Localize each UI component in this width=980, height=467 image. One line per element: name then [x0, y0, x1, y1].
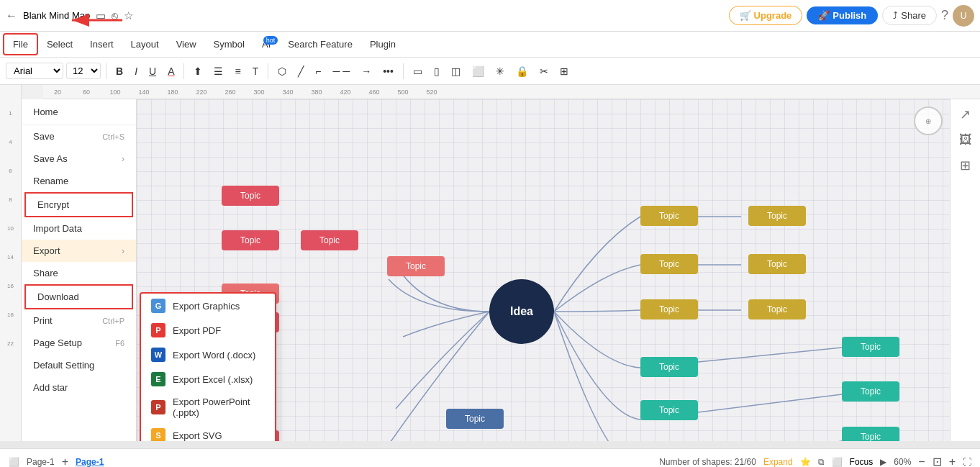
- ruler-mark: 380: [302, 89, 331, 96]
- fontcolor-button[interactable]: A: [163, 63, 178, 79]
- expand-button[interactable]: Expand: [763, 457, 793, 467]
- topic-node-gold1[interactable]: Topic: [640, 206, 698, 226]
- menu-item-select[interactable]: Select: [38, 35, 81, 54]
- share-button[interactable]: ⤴ Share: [882, 6, 937, 25]
- menu-item-ai[interactable]: AI hot: [253, 35, 279, 54]
- minimize-icon[interactable]: ▭: [96, 9, 106, 22]
- topic-node-teal6[interactable]: Topic: [842, 427, 899, 441]
- menu-item-insert[interactable]: Insert: [81, 35, 122, 54]
- shape2-button[interactable]: ▯: [430, 63, 444, 79]
- publish-button[interactable]: 🚀 Publish: [807, 6, 878, 24]
- topic-node-gold2[interactable]: Topic: [640, 254, 698, 274]
- transform-button[interactable]: ✳: [491, 63, 509, 79]
- add-page-button[interactable]: +: [62, 455, 68, 468]
- topic-node-t2[interactable]: Topic: [222, 230, 279, 250]
- topic-node-gold6[interactable]: Topic: [748, 299, 806, 319]
- ruler-mark: 260: [216, 89, 245, 96]
- topic-node-teal2[interactable]: Topic: [640, 400, 698, 420]
- import-data-menu-item[interactable]: Import Data: [22, 217, 136, 240]
- fullscreen-icon[interactable]: ⛶: [963, 457, 971, 467]
- underline-button[interactable]: U: [145, 63, 160, 79]
- arrow-button[interactable]: →: [357, 63, 376, 79]
- topic-node-t3b[interactable]: Topic: [387, 256, 445, 276]
- menu-item-layout[interactable]: Layout: [122, 35, 168, 54]
- menu-item-search[interactable]: Search Feature: [279, 35, 361, 54]
- export-svg-item[interactable]: S Export SVG: [141, 423, 275, 441]
- dash-line-button[interactable]: ─ ─: [328, 63, 354, 79]
- menu-item-file[interactable]: File: [3, 33, 38, 55]
- export-pdf-item[interactable]: P Export PDF: [141, 318, 275, 343]
- external-icon[interactable]: ⎋: [112, 9, 118, 22]
- star-icon[interactable]: ☆: [124, 9, 133, 22]
- menu-item-view[interactable]: View: [168, 35, 205, 54]
- font-size-select[interactable]: 12: [66, 63, 101, 79]
- center-node[interactable]: Idea: [489, 279, 554, 344]
- zoom-fit-button[interactable]: ⊡: [933, 455, 942, 467]
- topic-node-gold5[interactable]: Topic: [748, 254, 806, 274]
- compass: ⊕: [914, 106, 943, 135]
- save-menu-item[interactable]: Save Ctrl+S: [22, 125, 136, 148]
- right-panel-grid-btn[interactable]: ⊞: [960, 158, 971, 173]
- grid-button[interactable]: ⊞: [555, 63, 573, 79]
- shape4-button[interactable]: ⬜: [468, 63, 489, 79]
- topic-node-t1[interactable]: Topic: [222, 186, 279, 206]
- topic-node-teal5[interactable]: Topic: [842, 381, 899, 402]
- right-panel-image-btn[interactable]: 🖼: [959, 132, 972, 148]
- align-top-button[interactable]: ⬆: [189, 63, 207, 79]
- zoom-in-button[interactable]: +: [949, 455, 956, 468]
- user-avatar[interactable]: U: [953, 5, 974, 27]
- menu-item-plugin[interactable]: Plugin: [361, 35, 404, 54]
- shape1-button[interactable]: ▭: [409, 63, 427, 79]
- default-setting-menu-item[interactable]: Default Setting: [22, 354, 136, 376]
- encrypt-menu-item[interactable]: Encrypt: [24, 192, 133, 217]
- export-pptx-item[interactable]: P Export PowerPoint (.pptx): [141, 391, 275, 423]
- horizontal-scrollbar[interactable]: [0, 441, 980, 448]
- line-button[interactable]: ╱: [294, 63, 308, 79]
- zoom-out-button[interactable]: −: [918, 455, 925, 468]
- topic-node-t2b[interactable]: Topic: [301, 230, 358, 250]
- focus-button[interactable]: Focus: [850, 457, 874, 467]
- save-as-menu-item[interactable]: Save As ›: [22, 148, 136, 170]
- font-select[interactable]: Arial: [6, 63, 63, 79]
- back-button[interactable]: ←: [6, 9, 17, 22]
- align-center-button[interactable]: ☰: [209, 63, 227, 79]
- share-menu-item[interactable]: Share: [22, 262, 136, 284]
- topic-node-t4[interactable]: Topic: [446, 409, 504, 429]
- export-word-item[interactable]: W Export Word (.docx): [141, 343, 275, 367]
- horizontal-ruler: 20 60 100 140 180 220 260 300 340 380 42…: [43, 85, 980, 99]
- shape3-button[interactable]: ◫: [447, 63, 465, 79]
- align-justify-button[interactable]: ≡: [230, 63, 245, 79]
- edit-button[interactable]: ✂: [535, 63, 553, 79]
- export-graphics-item[interactable]: G Export Graphics: [141, 294, 275, 318]
- text-button[interactable]: T: [248, 63, 263, 79]
- rename-menu-item[interactable]: Rename: [22, 170, 136, 192]
- topic-node-gold3[interactable]: Topic: [640, 299, 698, 319]
- page-tab[interactable]: Page-1: [76, 457, 104, 467]
- lock-button[interactable]: 🔒: [512, 63, 532, 79]
- print-menu-item[interactable]: Print Ctrl+P: [22, 309, 136, 332]
- italic-button[interactable]: I: [130, 63, 142, 79]
- help-button[interactable]: ?: [941, 8, 948, 23]
- home-menu-item[interactable]: Home: [22, 99, 136, 125]
- dots-button[interactable]: •••: [378, 63, 398, 79]
- top-bar-icons: ▭ ⎋ ☆: [96, 9, 133, 22]
- layers-icon[interactable]: ⧉: [818, 457, 825, 467]
- topic-node-teal1[interactable]: Topic: [640, 357, 698, 377]
- file-menu-panel: Home Save Ctrl+S Save As › Rename Encryp…: [22, 99, 137, 441]
- bold-button[interactable]: B: [112, 63, 127, 79]
- right-panel-cursor-btn[interactable]: ↗: [960, 106, 971, 122]
- menu-item-symbol[interactable]: Symbol: [205, 35, 253, 54]
- ruler-mark: 60: [72, 89, 101, 96]
- fill-button[interactable]: ⬡: [273, 63, 291, 79]
- topic-node-teal4[interactable]: Topic: [842, 337, 899, 357]
- add-star-menu-item[interactable]: Add star: [22, 376, 136, 399]
- export-excel-item[interactable]: E Export Excel (.xlsx): [141, 367, 275, 391]
- topic-node-gold4[interactable]: Topic: [748, 206, 806, 226]
- download-menu-item[interactable]: Download: [24, 284, 133, 309]
- top-bar-left: ← Blank Mind Map ▭ ⎋ ☆: [6, 9, 133, 22]
- page-setup-menu-item[interactable]: Page Setup F6: [22, 332, 136, 354]
- upgrade-button[interactable]: 🛒 Upgrade: [729, 6, 803, 25]
- export-menu-item[interactable]: Export ›: [22, 240, 136, 262]
- play-icon[interactable]: ▶: [880, 457, 886, 467]
- corner-button[interactable]: ⌐: [311, 63, 325, 79]
